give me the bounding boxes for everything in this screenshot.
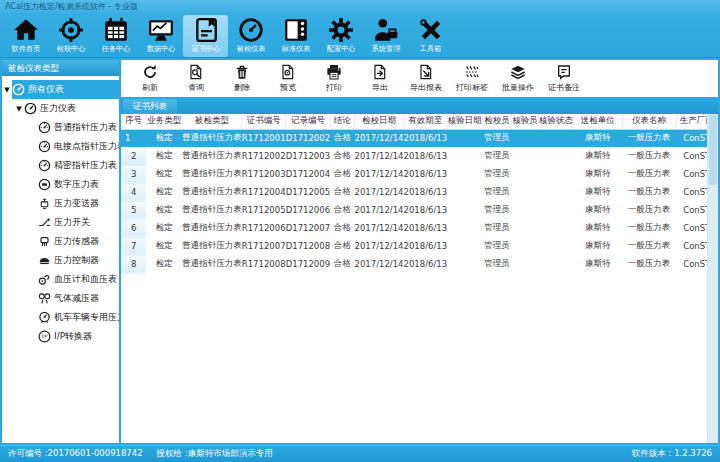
table-cell xyxy=(447,237,482,255)
column-header[interactable]: 被检类型 xyxy=(182,114,242,129)
print-button[interactable]: 打印 xyxy=(311,62,357,96)
data-monitor-icon xyxy=(148,17,174,43)
nav-item-label: 标准仪表 xyxy=(281,44,310,54)
version-info: 软件版本 : 1.2.3726 xyxy=(632,448,712,460)
column-header[interactable]: 核验员 xyxy=(512,114,539,129)
nav-item-standards[interactable]: 标准仪表 xyxy=(273,15,318,57)
authorized-to: 康斯特市场部演示专用 xyxy=(188,448,273,458)
authorized-info: 授权给 :康斯特市场部演示专用 xyxy=(157,448,273,460)
table-cell: R1712006 xyxy=(242,219,286,237)
print-label-button[interactable]: 打印标签 xyxy=(449,62,495,96)
sidebar-item-pressure-transmitter[interactable]: 压力变送器 xyxy=(2,194,119,213)
sidebar-item-pressure-controller[interactable]: 压力控制器 xyxy=(2,251,119,270)
export-button[interactable]: 导出 xyxy=(357,62,403,96)
delete-button[interactable]: 删除 xyxy=(219,62,265,96)
table-row[interactable]: 8检定普通指针压力表R1712008D1712009合格2017/12/1420… xyxy=(121,255,718,273)
vertical-scrollbar[interactable] xyxy=(707,114,718,443)
table-cell: 康斯特 xyxy=(573,129,622,147)
column-header[interactable]: 记录编号 xyxy=(286,114,330,129)
column-header[interactable]: 结论 xyxy=(330,114,354,129)
table-cell: 1 xyxy=(121,129,146,147)
preview-doc-icon xyxy=(280,64,296,80)
sidebar-item-pressure-instruments[interactable]: ▼压力仪表 xyxy=(2,99,119,118)
sidebar-item-pressure-sensor[interactable]: 压力传感器 xyxy=(2,232,119,251)
table-cell: 检定 xyxy=(146,147,182,165)
column-header[interactable]: 检校员 xyxy=(482,114,512,129)
column-header[interactable]: 有效期至 xyxy=(404,114,448,129)
refresh-button[interactable]: 刷新 xyxy=(127,62,173,96)
table-row[interactable]: 5检定普通指针压力表R1712005D1712006合格2017/12/1420… xyxy=(121,201,718,219)
table-row[interactable]: 2检定普通指针压力表R1712002D1712003合格2017/12/1420… xyxy=(121,147,718,165)
batch-ops-button[interactable]: 批量操作 xyxy=(495,62,541,96)
nav-item-config[interactable]: 配置中心 xyxy=(318,15,363,57)
table-cell xyxy=(512,237,539,255)
dial-gauge-icon xyxy=(38,121,51,134)
table-row[interactable]: 7检定普通指针压力表R1712007D1712008合格2017/12/1420… xyxy=(121,237,718,255)
table-cell: 2018/6/13 xyxy=(404,255,448,273)
nav-item-home[interactable]: 软件首页 xyxy=(3,15,48,57)
instrument-type-tree: ▼所有仪表▼压力仪表普通指针压力表电接点指针压力表精密指针压力表数字压力表压力变… xyxy=(2,76,119,443)
action-label: 预览 xyxy=(280,82,296,93)
sidebar-item-ip-converter[interactable]: I/PI/P转换器 xyxy=(2,327,119,346)
table-cell xyxy=(447,219,482,237)
sidebar-item-pressure-switch[interactable]: 压力开关 xyxy=(2,213,119,232)
column-header[interactable]: 检校日期 xyxy=(355,114,404,129)
table-cell: 普通指针压力表 xyxy=(182,201,242,219)
preview-button[interactable]: 预览 xyxy=(265,62,311,96)
nav-item-calibration[interactable]: 检校中心 xyxy=(48,15,93,57)
export-report-button[interactable]: 导出报表 xyxy=(403,62,449,96)
sidebar-item-blood-pressure[interactable]: 血压计和血压表 xyxy=(2,270,119,289)
table-cell: 普通指针压力表 xyxy=(182,255,242,273)
certificate-note-icon xyxy=(556,64,572,80)
column-header[interactable]: 送检单位 xyxy=(573,114,622,129)
table-cell: 管理员 xyxy=(482,129,512,147)
action-label: 查询 xyxy=(188,82,204,93)
table-row[interactable]: 1检定普通指针压力表R1712001D1712002合格2017/12/1420… xyxy=(121,129,718,147)
expand-arrow-icon[interactable]: ▼ xyxy=(2,86,12,94)
sidebar-item-ordinary-dial-gauge[interactable]: 普通指针压力表 xyxy=(2,118,119,137)
table-cell xyxy=(538,183,573,201)
nav-item-duts[interactable]: 被检仪表 xyxy=(228,15,273,57)
table-cell: 康斯特 xyxy=(573,219,622,237)
sidebar-item-label: 机车车辆专用压力表 xyxy=(54,311,119,324)
cert-note-button[interactable]: 证书备注 xyxy=(541,62,587,96)
nav-item-system[interactable]: 系统管理 xyxy=(363,15,408,57)
table-cell: 一般压力表 xyxy=(622,219,676,237)
table-cell: 合格 xyxy=(330,237,354,255)
scrollbar-thumb[interactable] xyxy=(709,115,717,185)
column-header[interactable]: 序号 xyxy=(121,114,146,129)
sidebar-item-locomotive-gauge[interactable]: 机车车辆专用压力表 xyxy=(2,308,119,327)
main-nav: 软件首页检校中心任务中心数据中心证书中心被检仪表标准仪表配置中心系统管理工具箱 xyxy=(0,13,720,58)
table-row[interactable]: 3检定普通指针压力表R1712003D1712004合格2017/12/1420… xyxy=(121,165,718,183)
nav-item-data[interactable]: 数据中心 xyxy=(138,15,183,57)
column-header[interactable]: 证书编号 xyxy=(242,114,286,129)
column-header[interactable]: 业务类型 xyxy=(146,114,182,129)
expand-arrow-icon[interactable]: ▼ xyxy=(14,105,24,113)
sidebar-item-digital-gauge[interactable]: 数字压力表 xyxy=(2,175,119,194)
table-row[interactable]: 6检定普通指针压力表R1712006D1712007合格2017/12/1420… xyxy=(121,219,718,237)
table-cell: 6 xyxy=(121,219,146,237)
column-header[interactable]: 核验状态 xyxy=(538,114,573,129)
nav-item-certificate[interactable]: 证书中心 xyxy=(183,15,228,57)
sidebar-item-label: I/P转换器 xyxy=(54,330,92,343)
table-cell: 康斯特 xyxy=(573,147,622,165)
table-row[interactable]: 4检定普通指针压力表R1712004D1712005合格2017/12/1420… xyxy=(121,183,718,201)
sidebar-item-label: 压力开关 xyxy=(54,216,90,229)
query-button[interactable]: 查询 xyxy=(173,62,219,96)
tab-certificate-list[interactable]: 证书列表 xyxy=(123,99,177,114)
table-cell: 2017/12/14 xyxy=(355,165,404,183)
column-header[interactable]: 核验日期 xyxy=(447,114,482,129)
sidebar-item-all-instruments[interactable]: ▼所有仪表 xyxy=(2,80,119,99)
nav-item-toolbox[interactable]: 工具箱 xyxy=(408,15,453,57)
sidebar-item-gas-regulator[interactable]: 气体减压器 xyxy=(2,289,119,308)
table-cell: 检定 xyxy=(146,219,182,237)
sidebar-item-electric-contact-gauge[interactable]: 电接点指针压力表 xyxy=(2,137,119,156)
nav-item-tasks[interactable]: 任务中心 xyxy=(93,15,138,57)
sidebar-item-precision-dial-gauge[interactable]: 精密指针压力表 xyxy=(2,156,119,175)
license-info: 许可编号 :20170601-000918742 xyxy=(8,448,143,460)
column-header[interactable]: 仪表名称 xyxy=(622,114,676,129)
table-cell: 管理员 xyxy=(482,219,512,237)
table-cell: 康斯特 xyxy=(573,237,622,255)
sidebar-item-label: 普通指针压力表 xyxy=(54,121,117,134)
table-cell xyxy=(512,201,539,219)
